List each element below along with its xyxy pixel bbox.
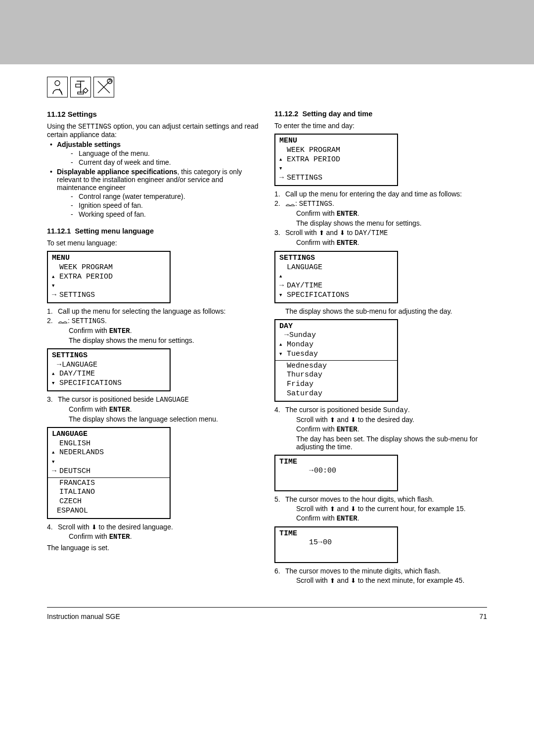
arrow-right-icon: [52, 291, 57, 299]
installer-icon: [70, 77, 91, 97]
dash-item: Control range (water temperature).: [68, 192, 260, 200]
arrow-down-icon: [279, 291, 287, 300]
arrow-right-icon: [57, 361, 62, 369]
language-set-msg: The language is set.: [47, 544, 260, 552]
lcd-settings: SETTINGS LANGUAGE DAY/TIME SPECIFICATION…: [47, 348, 171, 391]
arrow-up-icon: [52, 448, 59, 458]
lcd-language: LANGUAGE ENGLISH NEDERLANDS DEUTSCH FRAN…: [47, 427, 171, 519]
dash-item: Current day of week and time.: [68, 158, 260, 166]
arrow-up-icon: [279, 272, 284, 281]
svg-line-1: [59, 89, 62, 95]
lcd-settings: SETTINGS LANGUAGE DAY/TIME SPECIFICATION…: [274, 251, 398, 303]
arrow-up-icon: [279, 340, 287, 350]
list-item: 3.Scroll with ⬆ and ⬇ to DAY/TIME Confir…: [274, 229, 487, 247]
arrow-down-icon: [279, 350, 287, 359]
page-footer: Instruction manual SGE 71: [0, 613, 534, 635]
icon-row: [0, 77, 534, 97]
arrow-up-icon: [52, 370, 59, 379]
arrow-right-icon: [318, 538, 323, 547]
list-item: 1.Call up the menu for entering the day …: [274, 190, 487, 198]
bullet-adjustable: Adjustable settings Language of the menu…: [47, 141, 260, 166]
footer-left: Instruction manual SGE: [47, 613, 120, 620]
service-icon: [93, 77, 114, 97]
list-item: 4.The cursor is positioned beside Sunday…: [274, 406, 487, 451]
arrow-down-icon: [279, 164, 284, 173]
arrow-right-icon: [279, 282, 284, 290]
dash-item: Working speed of fan.: [68, 210, 260, 218]
list-item: 2.: SETTINGS. Confirm with ENTER. The di…: [274, 199, 487, 227]
list-item: 6.The cursor moves to the minute digits,…: [274, 567, 487, 584]
subsection-heading: 11.12.2 Setting day and time: [274, 110, 487, 118]
lcd-menu: MENU WEEK PROGRAM EXTRA PERIOD SETTINGS: [274, 134, 398, 186]
list-item: 2.: SETTINGS. Confirm with ENTER. The di…: [47, 317, 260, 344]
sub2-lead: To enter the time and day:: [274, 122, 487, 130]
arrow-right-icon: [309, 467, 314, 475]
dash-item: Language of the menu.: [68, 149, 260, 157]
user-icon: [47, 77, 68, 97]
arrow-up-icon: [52, 273, 59, 282]
page-number: 71: [479, 613, 487, 620]
arrow-down-icon: [52, 458, 57, 466]
svg-point-0: [55, 81, 60, 86]
left-column: 11.12 Settings Using the SETTINGS option…: [47, 110, 260, 587]
list-item: 4.Scroll with ⬇ to the desired language.…: [47, 523, 260, 541]
section-intro: Using the SETTINGS option, you can adjus…: [47, 122, 260, 139]
right-column: 11.12.2 Setting day and time To enter th…: [274, 110, 487, 587]
arrow-right-icon: [52, 467, 57, 475]
svg-rect-2: [76, 84, 81, 87]
section-heading: 11.12 Settings: [47, 110, 260, 118]
arrow-right-icon: [279, 174, 284, 182]
top-header-bar: [0, 0, 534, 64]
sub1-lead: To set menu language:: [47, 239, 260, 247]
submenu-msg: The display shows the sub-menu for adjus…: [285, 307, 487, 315]
dash-item: Ignition speed of fan.: [68, 201, 260, 209]
arrow-up-icon: [279, 155, 287, 165]
subsection-heading: 11.12.1 Setting menu language: [47, 227, 260, 235]
arrow-down-icon: [52, 379, 59, 388]
list-item: 1.Call up the menu for selecting the lan…: [47, 307, 260, 315]
book-icon: [285, 200, 295, 208]
lcd-day: DAY Sunday Monday Tuesday Wednesday Thur…: [274, 319, 398, 402]
lcd-menu: MENU WEEK PROGRAM EXTRA PERIOD SETTINGS: [47, 251, 171, 303]
bullet-displayable: Displayable appliance specifications, th…: [47, 168, 260, 218]
lcd-time: TIME 1500: [274, 526, 398, 563]
lcd-time: TIME 00:00: [274, 455, 398, 491]
arrow-right-icon: [284, 331, 289, 339]
list-item: 3.The cursor is positioned beside LANGUA…: [47, 395, 260, 423]
book-icon: [58, 318, 68, 326]
list-item: 5.The cursor moves to the hour digits, w…: [274, 495, 487, 522]
arrow-down-icon: [52, 282, 57, 290]
